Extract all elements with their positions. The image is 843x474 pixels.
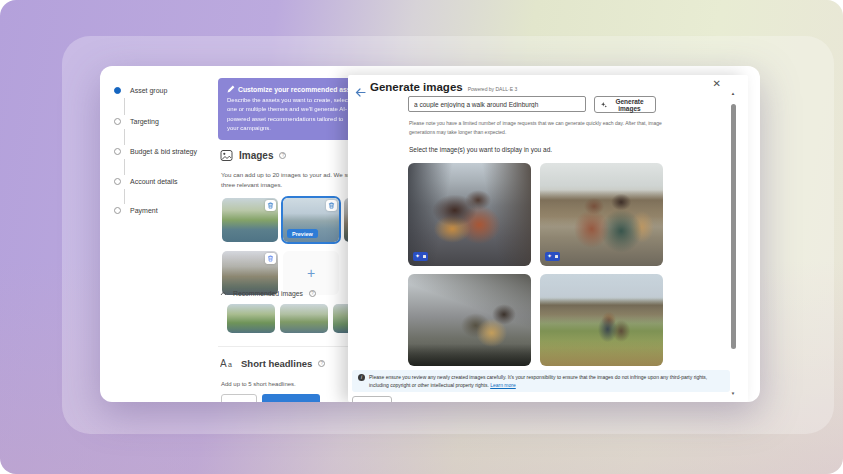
step-dot bbox=[114, 148, 121, 155]
generated-image-2[interactable]: ✦ bbox=[540, 163, 663, 266]
step-account-details[interactable]: Account details bbox=[114, 178, 177, 185]
stepper-connector bbox=[124, 129, 125, 145]
step-dot bbox=[114, 118, 121, 125]
delete-image-button[interactable] bbox=[265, 253, 276, 264]
generated-image-4[interactable] bbox=[540, 274, 663, 366]
short-headlines-description: Add up to 5 short headlines. bbox=[221, 381, 296, 387]
stepper-connector bbox=[124, 189, 125, 204]
generated-image-1[interactable]: ✦ bbox=[408, 163, 531, 266]
stepper-connector bbox=[124, 159, 125, 175]
step-label: Asset group bbox=[130, 87, 167, 94]
step-payment[interactable]: Payment bbox=[114, 207, 158, 214]
prompt-input[interactable] bbox=[408, 96, 586, 112]
step-label: Account details bbox=[130, 178, 177, 185]
delete-image-button[interactable] bbox=[265, 200, 276, 211]
step-dot-active bbox=[114, 87, 121, 94]
short-headlines-header: A a Short headlines bbox=[220, 357, 325, 369]
scroll-down-arrow[interactable]: ▼ bbox=[729, 391, 737, 396]
trash-icon bbox=[328, 202, 335, 209]
plus-icon: + bbox=[307, 265, 315, 281]
chevron-up-icon bbox=[220, 291, 227, 296]
images-section-title: Images bbox=[239, 150, 273, 161]
step-asset-group[interactable]: Asset group bbox=[114, 87, 167, 94]
content-credentials-badge: ✦ bbox=[545, 252, 560, 261]
primary-button-cropped[interactable] bbox=[262, 394, 320, 402]
step-budget-bid-strategy[interactable]: Budget & bid strategy bbox=[114, 148, 197, 155]
quota-note: Please note you have a limited number of… bbox=[409, 119, 662, 137]
marketing-background: Asset group Targeting Budget & bid strat… bbox=[0, 0, 843, 474]
uploaded-image-thumbnail[interactable] bbox=[222, 251, 278, 295]
generate-images-button-label: Generate images bbox=[610, 98, 649, 112]
step-label: Budget & bid strategy bbox=[130, 148, 197, 155]
add-image-tile[interactable]: + bbox=[283, 251, 339, 295]
disclaimer-line: including copyright or other intellectua… bbox=[369, 382, 489, 388]
dialog-button-cropped[interactable] bbox=[352, 396, 392, 402]
close-button[interactable]: ✕ bbox=[713, 79, 721, 89]
trash-icon bbox=[267, 202, 274, 209]
recommended-images-header[interactable]: Recommended images bbox=[220, 290, 316, 297]
trash-icon bbox=[267, 255, 274, 262]
dialog-title: Generate images bbox=[370, 81, 463, 93]
powered-by-label: Powered by DALL·E 3 bbox=[468, 86, 517, 92]
stepper-connector bbox=[124, 98, 125, 115]
generate-images-button[interactable]: Generate images bbox=[594, 96, 656, 113]
recommended-image-thumbnail[interactable] bbox=[280, 304, 328, 333]
svg-text:A: A bbox=[220, 358, 227, 369]
svg-text:a: a bbox=[228, 361, 232, 368]
quota-note-line: Please note you have a limited number of… bbox=[409, 119, 662, 128]
secondary-button-cropped[interactable] bbox=[221, 394, 257, 402]
preview-badge[interactable]: Preview bbox=[287, 229, 318, 238]
short-headlines-title: Short headlines bbox=[241, 358, 312, 369]
pencil-icon bbox=[227, 85, 235, 93]
quota-note-line: generations may take longer than expecte… bbox=[409, 128, 662, 137]
help-icon[interactable] bbox=[279, 152, 286, 159]
delete-image-button[interactable] bbox=[326, 200, 337, 211]
disclaimer-line: Please ensure you review any newly creat… bbox=[369, 374, 707, 380]
back-button[interactable] bbox=[355, 83, 366, 101]
scroll-up-arrow[interactable]: ▲ bbox=[729, 91, 737, 96]
learn-more-link[interactable]: Learn more bbox=[490, 382, 516, 388]
uploaded-image-thumbnail[interactable] bbox=[222, 198, 278, 242]
step-label: Targeting bbox=[130, 118, 159, 125]
image-icon bbox=[220, 149, 233, 162]
content-credentials-badge: ✦ bbox=[413, 252, 428, 261]
ads-wizard-window: Asset group Targeting Budget & bid strat… bbox=[100, 66, 760, 402]
step-dot bbox=[114, 178, 121, 185]
recommended-image-thumbnail[interactable] bbox=[227, 304, 275, 333]
help-icon[interactable] bbox=[318, 360, 325, 367]
uploaded-image-thumbnail-selected[interactable]: Preview bbox=[281, 196, 341, 244]
wizard-stepper: Asset group Targeting Budget & bid strat… bbox=[100, 66, 218, 402]
generated-image-3[interactable] bbox=[408, 274, 531, 366]
images-section-header: Images bbox=[220, 149, 286, 162]
banner-title: Customize your recommended assets bbox=[238, 86, 360, 93]
back-arrow-icon bbox=[355, 88, 366, 97]
select-images-label: Select the image(s) you want to display … bbox=[409, 146, 552, 153]
step-label: Payment bbox=[130, 207, 158, 214]
dialog-scrollbar[interactable]: ▲ ▼ bbox=[729, 91, 737, 396]
dialog-header: Generate images Powered by DALL·E 3 bbox=[370, 81, 517, 93]
step-dot bbox=[114, 207, 121, 214]
recommended-images-label: Recommended images bbox=[233, 290, 303, 297]
step-targeting[interactable]: Targeting bbox=[114, 118, 159, 125]
text-icon: A a bbox=[220, 357, 235, 369]
generate-images-dialog: Generate images Powered by DALL·E 3 ✕ Ge… bbox=[348, 75, 748, 402]
review-disclaimer-banner: Please ensure you review any newly creat… bbox=[352, 370, 730, 392]
scrollbar-thumb[interactable] bbox=[731, 104, 736, 349]
disclaimer-text: Please ensure you review any newly creat… bbox=[369, 373, 722, 389]
info-icon bbox=[358, 374, 365, 381]
sparkle-icon bbox=[601, 101, 607, 109]
help-icon[interactable] bbox=[309, 290, 316, 297]
